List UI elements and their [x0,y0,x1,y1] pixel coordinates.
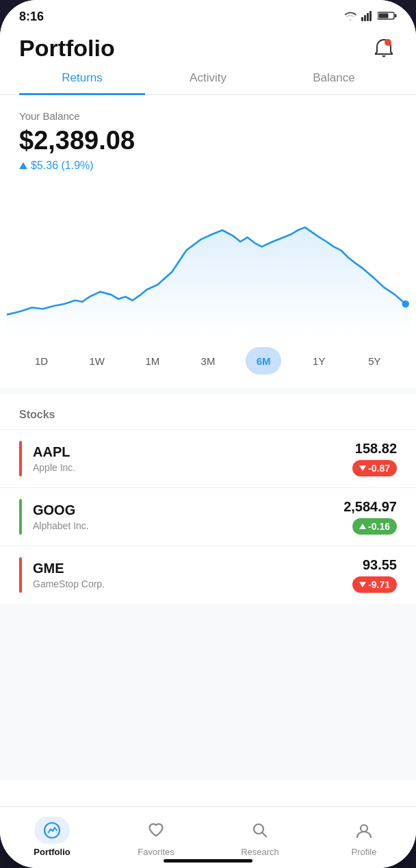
nav-icon-wrap-research [242,817,278,844]
stock-info-gme: GME GameStop Corp. [33,561,352,589]
page-title: Portfolio [19,35,115,62]
stock-change-gme: -9.71 [368,579,390,590]
svg-rect-3 [369,11,372,21]
balance-label: Your Balance [19,110,397,122]
nav-item-research[interactable]: Research [208,814,312,857]
nav-item-profile[interactable]: Profile [312,814,416,857]
filter-5y[interactable]: 5Y [356,347,392,374]
portfolio-icon [43,821,61,839]
badge-arrow-down-gme [359,582,366,587]
stock-change-goog: -0.16 [368,521,390,532]
badge-arrow-up-goog [359,524,366,529]
stock-ticker-gme: GME [33,561,352,576]
svg-rect-1 [364,15,366,21]
svg-point-12 [361,825,367,832]
stock-badge-aapl: -0.87 [352,460,397,476]
stock-change-aapl: -0.87 [368,463,390,474]
svg-line-11 [263,833,267,837]
stock-price-goog: 2,584.97 [343,499,397,515]
stock-name-goog: Alphabet Inc. [33,520,343,531]
svg-rect-0 [361,17,363,21]
stock-right-goog: 2,584.97 -0.16 [343,499,397,535]
nav-label-profile: Profile [352,847,377,857]
balance-section: Your Balance $2,389.08 $5.36 (1.9%) [0,95,416,172]
nav-label-favorites: Favorites [138,847,174,857]
stock-price-aapl: 158.82 [352,441,397,457]
stock-right-gme: 93.55 -9.71 [352,557,397,593]
phone-shell: 8:16 [0,0,416,868]
profile-icon [355,821,373,839]
balance-amount: $2,389.08 [19,126,397,155]
table-row[interactable]: AAPL Apple Inc. 158.82 -0.87 [0,429,416,487]
tabs-bar: Returns Activity Balance [0,62,416,95]
status-icons [343,10,397,24]
nav-item-portfolio[interactable]: Portfolio [0,814,104,857]
search-icon [251,821,269,839]
filter-3m[interactable]: 3M [190,347,226,374]
badge-arrow-down-aapl [359,465,366,471]
heart-icon [147,821,165,839]
home-indicator [164,859,252,863]
content-area: Your Balance $2,389.08 $5.36 (1.9%) [0,95,416,780]
header: Portfolio [0,29,416,62]
filter-1y[interactable]: 1Y [301,347,337,374]
nav-icon-wrap-profile [346,817,382,844]
bell-button[interactable] [371,36,397,62]
stock-bar-gme [19,557,22,593]
stock-name-gme: GameStop Corp. [33,578,352,589]
status-time: 8:16 [19,10,44,24]
tab-balance[interactable]: Balance [271,71,397,95]
stock-right-aapl: 158.82 -0.87 [352,441,397,476]
svg-rect-6 [395,14,397,17]
stock-name-aapl: Apple Inc. [33,462,352,473]
filter-1m[interactable]: 1M [135,347,170,374]
filter-1w[interactable]: 1W [79,347,115,374]
svg-rect-5 [379,13,389,18]
up-arrow-icon [19,162,27,169]
signal-icon [361,10,374,24]
stock-price-gme: 93.55 [352,557,397,573]
stock-info-aapl: AAPL Apple Inc. [33,444,352,473]
filter-6m[interactable]: 6M [246,347,281,374]
stock-bar-aapl [19,441,22,476]
svg-point-7 [385,39,391,46]
nav-label-portfolio: Portfolio [34,847,70,857]
stock-ticker-aapl: AAPL [33,444,352,460]
chart-container [0,172,416,336]
table-row[interactable]: GME GameStop Corp. 93.55 -9.71 [0,546,416,604]
stocks-label: Stocks [0,409,416,429]
stock-ticker-goog: GOOG [33,502,343,518]
stocks-section: Stocks AAPL Apple Inc. 158.82 -0.87 [0,395,416,604]
balance-change: $5.36 (1.9%) [19,159,397,172]
tab-activity[interactable]: Activity [145,71,271,95]
tab-returns[interactable]: Returns [19,71,145,95]
stock-badge-gme: -9.71 [352,576,397,593]
nav-item-favorites[interactable]: Favorites [104,814,208,857]
time-filters: 1D 1W 1M 3M 6M 1Y 5Y [0,336,416,388]
table-row[interactable]: GOOG Alphabet Inc. 2,584.97 -0.16 [0,487,416,546]
wifi-icon [343,10,357,24]
battery-icon [378,11,397,23]
nav-icon-wrap-portfolio [34,817,70,844]
balance-change-value: $5.36 (1.9%) [31,159,94,172]
svg-rect-2 [367,13,369,21]
stock-badge-goog: -0.16 [352,518,397,535]
status-bar: 8:16 [0,0,416,29]
svg-point-8 [402,301,410,307]
stock-info-goog: GOOG Alphabet Inc. [33,502,343,531]
filter-1d[interactable]: 1D [24,347,60,374]
stock-bar-goog [19,499,22,535]
nav-icon-wrap-favorites [138,817,174,844]
nav-label-research: Research [241,847,279,857]
